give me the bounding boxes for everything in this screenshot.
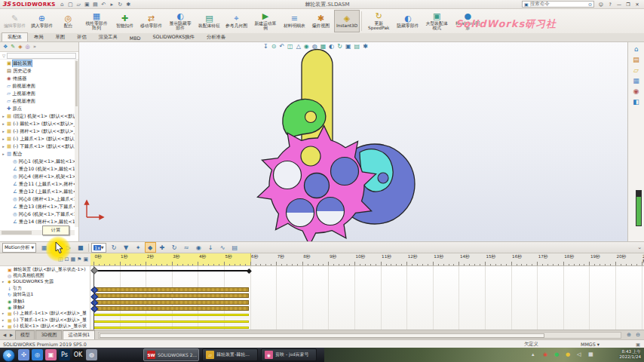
select-icon[interactable]: ▸ xyxy=(108,2,116,8)
new-file-icon[interactable]: ▢ xyxy=(66,2,75,8)
tray-app3-icon[interactable]: ● xyxy=(566,351,570,357)
tree-item[interactable]: ◎同心6 (机架<1>,下棘爪<1>) xyxy=(0,210,75,218)
motion-tree-item[interactable]: ▣棘轮装置 (默认<默认_显示状态-1>) xyxy=(0,266,90,272)
print-icon[interactable]: ▤ xyxy=(91,2,100,8)
save-icon[interactable]: ▣ xyxy=(83,2,91,8)
tree-item[interactable]: ▣棘轮装置 xyxy=(0,60,75,67)
command-tab-6[interactable]: MBD xyxy=(124,34,147,41)
tree-item[interactable]: ▱上视基准面 xyxy=(0,90,75,97)
expander-icon[interactable]: ▸ xyxy=(2,129,5,133)
tray-network-icon[interactable]: ▦ xyxy=(588,351,593,357)
command-tab-5[interactable]: 渲染工具 xyxy=(93,32,124,41)
command-tab-1[interactable]: 装配体 xyxy=(2,32,28,41)
contact-button[interactable]: ◉ xyxy=(193,242,204,253)
timeline-ruler[interactable]: 0秒1秒2秒3秒4秒5秒6秒7秒8秒9秒10秒11秒12秒13秒14秒15秒16… xyxy=(90,253,644,266)
app-capture-icon[interactable]: OK xyxy=(72,349,84,360)
motion-tree-item[interactable]: ▸✱SOLIDWORKS 光源 xyxy=(0,279,90,285)
tray-app1-icon[interactable]: ◉ xyxy=(543,351,547,357)
large-assembly-button[interactable]: ▣大型装配体模式 xyxy=(422,10,452,32)
tree-item[interactable]: ◎同心8 (摇杆<1>,上棘爪<1>) xyxy=(0,195,75,203)
change-bar[interactable] xyxy=(94,306,249,311)
open-file-icon[interactable]: ▱ xyxy=(75,2,83,8)
stop-button[interactable]: ■ xyxy=(75,242,86,253)
command-tab-7[interactable]: SOLIDWORKS插件 xyxy=(146,32,200,41)
collapse-motionmanager-button[interactable]: ⌄ xyxy=(637,244,642,250)
tree-item[interactable]: ∠重合14 (摇杆<1>,棘轮<1>) xyxy=(0,218,75,225)
results-button[interactable]: ∿ xyxy=(217,242,228,253)
change-bar[interactable] xyxy=(94,293,249,298)
tree-item[interactable]: ◉传感器 xyxy=(0,75,75,82)
bom-button[interactable]: ≡材料明细表 xyxy=(281,10,308,32)
change-bar[interactable] xyxy=(94,327,249,329)
edit-component-button[interactable]: ✎编辑零部件 xyxy=(2,10,28,32)
command-tab-2[interactable]: 布局 xyxy=(28,32,50,41)
motion-tree-item[interactable]: ▸▦(-) 机架<1> (默认<<默认>_显示状 xyxy=(0,324,90,330)
tree-item[interactable]: ▸▦(-) 摇杆<1> (默认<<默认>_显 xyxy=(0,127,75,135)
motion-tree-item[interactable]: ◎视向及相机视图 xyxy=(0,272,90,278)
show-hide-button[interactable]: ◐显示隐藏零部件 xyxy=(165,10,195,32)
expander-icon[interactable]: ▸ xyxy=(2,311,6,315)
tab-scroll-right-icon[interactable]: ▶ xyxy=(8,333,14,337)
file-explorer-icon[interactable]: ▱ xyxy=(628,66,644,74)
move-component-button[interactable]: ⇄移动零部件 xyxy=(138,10,164,32)
custom-properties-icon[interactable]: ◧ xyxy=(628,98,644,106)
restore-button[interactable]: ❐ xyxy=(624,1,633,8)
status-units[interactable]: MMGS ▾ xyxy=(581,342,600,347)
change-bar[interactable] xyxy=(94,314,249,316)
options-icon[interactable]: ✱ xyxy=(124,2,133,8)
tree-item[interactable]: ∠重合12 (上棘爪<1>,棘轮<1>) xyxy=(0,188,75,195)
app-photos-icon[interactable]: ▣ xyxy=(45,349,57,360)
task-folder[interactable]: ▱棘轮装置-棘轮... xyxy=(202,348,258,361)
tree-filter[interactable]: ▽ xyxy=(0,52,78,60)
motion-tree-item[interactable]: ◉接触1 xyxy=(0,298,90,304)
tree-item[interactable]: ▱前视基准面 xyxy=(0,82,75,90)
update-speedpak-button[interactable]: ↻更新SpeedPak xyxy=(363,10,394,32)
tree-item[interactable]: ▱右视基准面 xyxy=(0,97,75,105)
user-account-icon[interactable]: ☺ xyxy=(596,1,606,8)
autokey-button[interactable]: ◆ xyxy=(145,242,156,253)
tree-item[interactable]: ▤历史记录 xyxy=(0,67,75,75)
tree-item[interactable]: ▸▦(-) 下棘爪<1> (默认<<默认>_ xyxy=(0,143,75,150)
study-type-select[interactable]: Motion分析 ▼ xyxy=(2,243,36,253)
tree-item[interactable]: ▸▦(固定) 机架<1> (默认<<默认>_显 xyxy=(0,112,75,120)
tab-scroll-left-icon[interactable]: ◀ xyxy=(2,333,8,337)
tree-item[interactable]: ∠重合13 (摇杆<1>,下棘爪<1>) xyxy=(0,203,75,210)
motion-tree-item[interactable]: ↓引力 xyxy=(0,285,90,291)
exploded-view-button[interactable]: ✱爆炸视图 xyxy=(308,10,333,32)
tray-expand-icon[interactable]: ▴ xyxy=(532,351,535,357)
playback-speed-select[interactable]: 1x ▼ xyxy=(91,243,106,253)
home-icon[interactable]: ⌂ xyxy=(628,45,644,53)
timeline-tracks[interactable] xyxy=(90,266,644,330)
motion-tree-item[interactable]: ↻旋转马达1 xyxy=(0,292,90,298)
smart-fasteners-button[interactable]: ✚智能扣件 xyxy=(112,10,137,32)
instant3d-button[interactable]: ◈Instant3D xyxy=(334,10,360,32)
view-palette-icon[interactable]: ▦ xyxy=(628,77,644,84)
app-browser-icon[interactable]: ◎ xyxy=(32,349,43,360)
expander-icon[interactable]: ▸ xyxy=(2,121,5,126)
add-key-button[interactable]: ✚ xyxy=(157,242,168,253)
tree-item[interactable]: ◎同心4 (摇杆<1>,机架<1>) xyxy=(0,173,75,180)
timeline-horizontal-scrollbar[interactable] xyxy=(98,332,621,339)
tree-item[interactable]: ◎同心1 (机架<1>,棘轮<1>) xyxy=(0,158,75,165)
gravity-button[interactable]: ↓ xyxy=(205,242,216,253)
expander-icon[interactable]: ▸ xyxy=(2,318,6,322)
app-launcher-icon[interactable]: ✣ xyxy=(18,349,29,360)
reference-geometry-button[interactable]: ⌖参考几何图 xyxy=(223,10,250,32)
configurationmanager-tab[interactable]: ◈ xyxy=(18,44,22,50)
minimize-button[interactable]: — xyxy=(615,1,624,8)
motion-study-tab[interactable]: 运动算例1 xyxy=(63,330,95,339)
playback-mode-button[interactable]: ↻ xyxy=(109,242,120,253)
linear-pattern-button[interactable]: ▦线性零部件阵列 xyxy=(81,10,112,32)
design-library-icon[interactable]: ▤ xyxy=(628,56,644,63)
tree-vertical-scrollbar[interactable] xyxy=(75,60,78,227)
tray-app2-icon[interactable]: ● xyxy=(554,351,559,357)
command-tab-3[interactable]: 草图 xyxy=(49,32,71,41)
appearances-icon[interactable]: ◉ xyxy=(628,87,644,95)
insert-component-button[interactable]: ⊕插入零部件 xyxy=(29,10,55,32)
expander-icon[interactable]: ▸ xyxy=(2,280,6,284)
change-bar[interactable] xyxy=(94,300,249,305)
expander-icon[interactable]: ▸ xyxy=(2,137,5,141)
hide-components-button[interactable]: ◐隐藏零部件 xyxy=(394,10,421,32)
propertymanager-tab[interactable]: ✎ xyxy=(11,44,15,50)
tree-item[interactable]: ∠重合11 (上棘爪<1>,摇杆<1>) xyxy=(0,180,75,188)
